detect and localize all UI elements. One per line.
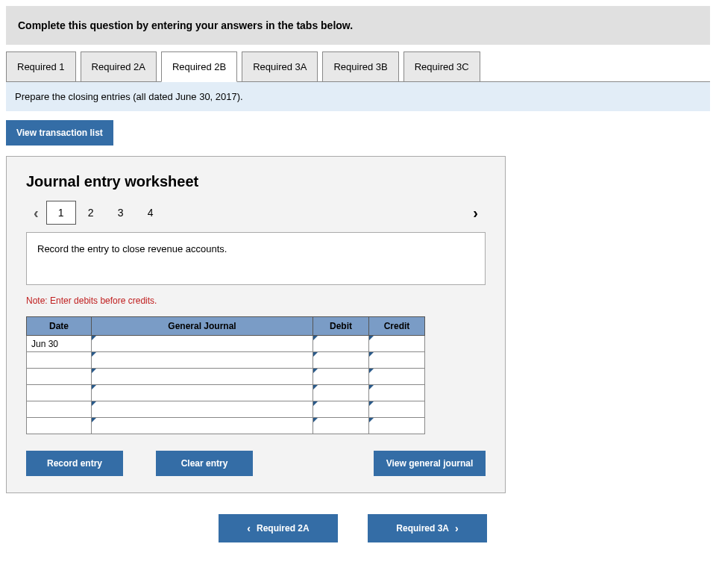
tab-required-1[interactable]: Required 1 [6, 51, 76, 82]
cell-debit[interactable] [313, 336, 369, 352]
journal-body: Jun 30 [27, 336, 425, 434]
worksheet-title: Journal entry worksheet [26, 173, 486, 190]
cell-credit[interactable] [369, 418, 425, 434]
tab-required-2a[interactable]: Required 2A [81, 51, 157, 82]
cell-date[interactable] [27, 385, 92, 401]
pager-prev-icon[interactable]: ‹ [26, 204, 46, 222]
action-row: Record entry Clear entry View general jo… [26, 451, 486, 476]
next-tab-button[interactable]: Required 3A › [368, 514, 487, 542]
cell-general-journal[interactable] [92, 401, 313, 418]
nav-buttons: ‹ Required 2A Required 3A › [103, 514, 603, 542]
tab-required-3b[interactable]: Required 3B [322, 51, 398, 82]
cell-date[interactable] [27, 369, 92, 385]
table-row [27, 352, 425, 369]
tab-required-2b[interactable]: Required 2B [161, 51, 237, 82]
view-general-journal-button[interactable]: View general journal [374, 451, 486, 476]
col-header-date: Date [27, 317, 92, 336]
cell-debit[interactable] [313, 401, 369, 418]
cell-date[interactable] [27, 418, 92, 434]
clear-entry-button[interactable]: Clear entry [156, 451, 253, 476]
col-header-credit: Credit [369, 317, 425, 336]
cell-general-journal[interactable] [92, 352, 313, 369]
page-1[interactable]: 1 [46, 201, 76, 225]
cell-credit[interactable] [369, 385, 425, 401]
table-row [27, 401, 425, 418]
cell-credit[interactable] [369, 401, 425, 418]
note-text: Note: Enter debits before credits. [26, 295, 486, 306]
tab-required-3a[interactable]: Required 3A [242, 51, 318, 82]
cell-date[interactable]: Jun 30 [27, 336, 92, 352]
col-header-debit: Debit [313, 317, 369, 336]
cell-debit[interactable] [313, 352, 369, 369]
cell-debit[interactable] [313, 369, 369, 385]
tab-required-3c[interactable]: Required 3C [403, 51, 480, 82]
pager-next-icon[interactable]: › [465, 204, 486, 222]
cell-credit[interactable] [369, 336, 425, 352]
chevron-left-icon: ‹ [247, 522, 251, 534]
cell-credit[interactable] [369, 352, 425, 369]
cell-date[interactable] [27, 352, 92, 369]
table-row [27, 369, 425, 385]
entry-description: Record the entry to close revenue accoun… [26, 232, 486, 285]
instruction-bar: Complete this question by entering your … [6, 6, 710, 45]
view-transaction-list-button[interactable]: View transaction list [6, 120, 113, 146]
table-row [27, 418, 425, 434]
cell-debit[interactable] [313, 418, 369, 434]
cell-date[interactable] [27, 401, 92, 418]
prev-tab-label: Required 2A [257, 523, 310, 534]
cell-credit[interactable] [369, 369, 425, 385]
pager: ‹ 1 2 3 4 › [26, 201, 486, 225]
prev-tab-button[interactable]: ‹ Required 2A [219, 514, 338, 542]
page-3[interactable]: 3 [106, 201, 136, 225]
col-header-general-journal: General Journal [92, 317, 313, 336]
cell-debit[interactable] [313, 385, 369, 401]
next-tab-label: Required 3A [396, 523, 449, 534]
journal-table: Date General Journal Debit Credit Jun 30 [26, 316, 425, 434]
cell-general-journal[interactable] [92, 385, 313, 401]
prompt-bar: Prepare the closing entries (all dated J… [6, 82, 710, 111]
table-row: Jun 30 [27, 336, 425, 352]
page-4[interactable]: 4 [136, 201, 166, 225]
cell-general-journal[interactable] [92, 336, 313, 352]
journal-worksheet: Journal entry worksheet ‹ 1 2 3 4 › Reco… [6, 156, 506, 493]
table-row [27, 385, 425, 401]
chevron-right-icon: › [455, 522, 459, 534]
record-entry-button[interactable]: Record entry [26, 451, 123, 476]
cell-general-journal[interactable] [92, 418, 313, 434]
tabs-row: Required 1 Required 2A Required 2B Requi… [6, 51, 710, 82]
page-2[interactable]: 2 [76, 201, 106, 225]
cell-general-journal[interactable] [92, 369, 313, 385]
